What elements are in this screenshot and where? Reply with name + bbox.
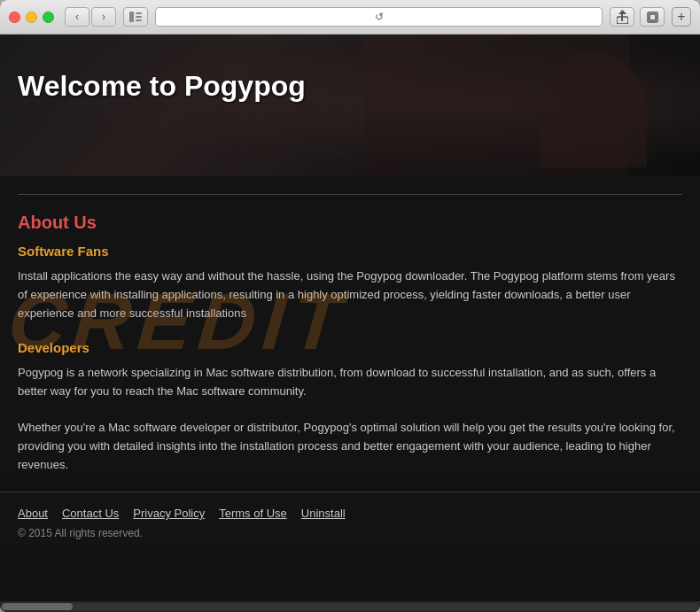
- scrollbar-thumb[interactable]: [2, 603, 73, 610]
- developers-text-1: Pogypog is a network specializing in Mac…: [18, 364, 682, 401]
- page-content: Welcome to Pogypog About Us Software Fan…: [0, 35, 700, 601]
- footer-link-privacy[interactable]: Privacy Policy: [133, 507, 205, 520]
- developers-text-2: Whether you're a Mac software developer …: [18, 419, 682, 474]
- share-button[interactable]: [610, 7, 634, 27]
- footer-link-terms[interactable]: Terms of Use: [219, 507, 287, 520]
- maximize-button[interactable]: [43, 12, 54, 23]
- svg-rect-2: [136, 16, 142, 18]
- nav-buttons: ‹ ›: [65, 7, 116, 27]
- svg-rect-8: [649, 14, 656, 20]
- software-fans-text: Install applications the easy way and wi…: [18, 267, 682, 322]
- footer-section: About Contact Us Privacy Policy Terms of…: [0, 492, 700, 550]
- browser-window: ‹ › ↺: [0, 0, 700, 612]
- address-bar[interactable]: ↺: [155, 7, 603, 27]
- software-fans-heading: Software Fans: [18, 244, 682, 259]
- fullscreen-button[interactable]: [640, 7, 665, 27]
- traffic-lights: [9, 12, 54, 23]
- main-content: About Us Software Fans Install applicati…: [0, 176, 700, 474]
- horizontal-scrollbar[interactable]: [0, 601, 700, 612]
- forward-button[interactable]: ›: [91, 7, 116, 27]
- footer-links: About Contact Us Privacy Policy Terms of…: [18, 507, 682, 520]
- sidebar-toggle-button[interactable]: [123, 7, 148, 27]
- browser-chrome: ‹ › ↺: [0, 0, 700, 35]
- footer-link-contact[interactable]: Contact Us: [62, 507, 119, 520]
- hero-section: Welcome to Pogypog: [0, 35, 700, 176]
- svg-rect-3: [136, 19, 142, 21]
- footer-link-about[interactable]: About: [18, 507, 48, 520]
- close-button[interactable]: [9, 12, 20, 23]
- back-button[interactable]: ‹: [65, 7, 89, 27]
- svg-rect-0: [129, 12, 134, 22]
- hero-title: Welcome to Pogypog: [18, 70, 682, 103]
- footer-copyright: © 2015 All rights reserved.: [18, 527, 682, 539]
- minimize-button[interactable]: [26, 12, 37, 23]
- about-heading: About Us: [18, 213, 682, 233]
- footer-link-uninstall[interactable]: Uninstall: [301, 507, 346, 520]
- browser-actions: [610, 7, 665, 27]
- scrollbar-track: [2, 603, 698, 610]
- new-tab-button[interactable]: +: [672, 7, 691, 27]
- section-divider: [18, 194, 682, 195]
- svg-marker-5: [618, 10, 626, 14]
- developers-heading: Developers: [18, 340, 682, 355]
- svg-rect-1: [136, 12, 142, 14]
- reload-icon: ↺: [375, 11, 384, 23]
